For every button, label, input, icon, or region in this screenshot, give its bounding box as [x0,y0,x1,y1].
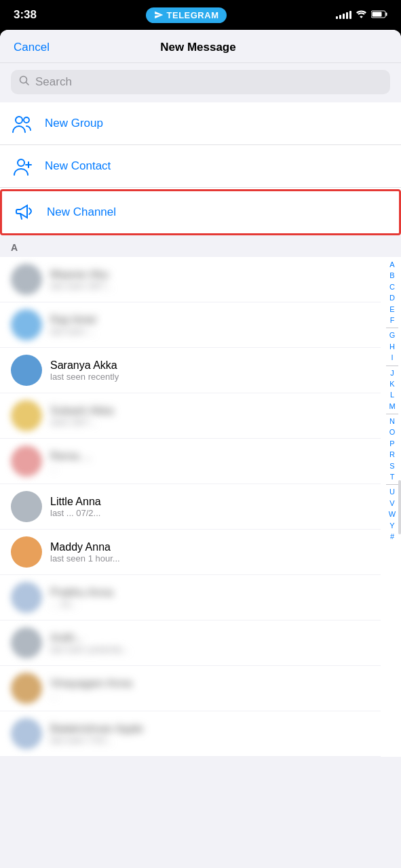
search-icon [19,75,30,89]
contact-name: Anith... [50,632,370,644]
status-time: 3:38 [14,8,37,22]
alpha-w[interactable]: W [387,509,398,519]
contact-item[interactable]: Little Anna last ... 07/2... [0,484,381,530]
contact-info: Anith... last seen yesterda... [50,632,370,654]
avatar [11,400,42,431]
alpha-k[interactable]: K [387,379,396,389]
megaphone-icon [13,201,36,224]
alpha-f[interactable]: F [388,315,397,326]
avatar [11,355,42,386]
alpha-h[interactable]: H [387,342,397,352]
contact-info: Rema ... ... [50,450,370,473]
contact-item[interactable]: Anith... last seen yesterda... [0,620,381,666]
contact-info: Saranya Akka last seen recently [50,359,370,382]
contact-info: Maddy Anna last seen 1 hour... [50,541,370,564]
nav-header: Cancel New Message [0,30,401,63]
avatar [11,673,42,704]
new-group-label: New Group [45,117,103,130]
alpha-a[interactable]: A [387,260,396,270]
new-channel-item[interactable]: New Channel [0,189,401,235]
avatar [11,536,42,568]
contact-status: ... [50,462,370,473]
status-icons [336,9,387,20]
contact-item[interactable]: Vinayagam Anna ... [0,666,381,711]
telegram-icon [154,10,164,20]
alpha-t[interactable]: T [388,472,397,482]
contact-name: Vinayagam Anna [50,677,370,690]
alpha-v[interactable]: V [387,498,396,509]
contact-item[interactable]: Subash Akka seen 26/7... [0,393,381,439]
alpha-s[interactable]: S [387,461,396,471]
alpha-p[interactable]: P [387,439,396,449]
alpha-separator-4 [386,484,398,485]
contact-name: Subash Akka [50,405,370,417]
alpha-index: A B C D E F G H I J K L M N O P R S T U … [386,257,398,545]
contact-status: last seen recently [50,372,370,382]
cancel-button[interactable]: Cancel [14,41,50,54]
contacts-list: Maaran Abu last seen 26/7... Raji Airtel… [0,257,401,757]
alpha-j[interactable]: J [388,368,396,378]
action-list: New Group New Contact [0,102,401,235]
search-input[interactable] [35,75,382,89]
contact-status: last ... 07/2... [50,508,370,518]
page-title: New Message [160,41,236,54]
alpha-u[interactable]: U [387,487,397,497]
alpha-c[interactable]: C [387,282,397,292]
alpha-i[interactable]: I [389,353,395,363]
contact-item[interactable]: Balakrishnan Apple last seen 7/10... [0,711,381,757]
wifi-icon [356,9,367,20]
contact-status: seen 26/7... [50,417,370,427]
contact-info: Vinayagam Anna ... [50,677,370,700]
group-icon [11,112,34,135]
contact-status: last seen 7/10... [50,735,370,745]
contact-status: ... 1a... [50,599,370,609]
svg-point-6 [24,117,29,123]
signal-icon [336,11,351,19]
contact-item[interactable]: Saranya Akka last seen recently [0,348,381,393]
alpha-l[interactable]: L [388,390,396,400]
contact-info: Raji Airtel last seen ... [50,314,370,336]
contact-item[interactable]: Prabhu Anna ... 1a... [0,575,381,620]
alpha-r[interactable]: R [387,450,397,460]
search-bar[interactable] [11,70,390,94]
section-header-a: A [0,237,401,257]
svg-rect-1 [385,12,387,16]
new-contact-item[interactable]: New Contact [0,145,401,188]
battery-icon [371,10,387,20]
contact-name: Raji Airtel [50,314,370,326]
alpha-y[interactable]: Y [387,521,396,531]
alpha-hash[interactable]: # [388,532,396,542]
contact-name: Saranya Akka [50,359,370,372]
contact-info: Balakrishnan Apple last seen 7/10... [50,723,370,745]
avatar [11,264,42,295]
status-bar: 3:38 TELEGRAM [0,0,401,30]
contact-status: ... [50,690,370,700]
main-sheet: Cancel New Message [0,30,401,868]
contact-name: Balakrishnan Apple [50,723,370,735]
contact-item[interactable]: Raji Airtel last seen ... [0,302,381,348]
alpha-m[interactable]: M [387,401,397,412]
alpha-o[interactable]: O [387,427,398,437]
contact-item[interactable]: Maaran Abu last seen 26/7... [0,257,381,302]
svg-point-7 [18,159,24,166]
svg-point-5 [16,117,22,123]
avatar [11,718,42,749]
new-group-item[interactable]: New Group [0,102,401,145]
scrollbar [398,480,401,534]
contact-info: Maaran Abu last seen 26/7... [50,269,370,291]
contact-item[interactable]: Rema ... ... [0,439,381,484]
contact-info: Little Anna last ... 07/2... [50,496,370,518]
alpha-d[interactable]: D [387,293,397,303]
contact-name: Prabhu Anna [50,587,370,599]
search-bar-wrap [0,63,401,102]
alpha-e[interactable]: E [387,304,396,315]
alpha-g[interactable]: G [387,330,398,340]
alpha-n[interactable]: N [387,416,397,427]
alpha-b[interactable]: B [387,271,396,281]
alpha-separator-1 [386,328,398,328]
contact-item[interactable]: Maddy Anna last seen 1 hour... [0,530,381,575]
contact-name: Rema ... [50,450,370,462]
contact-status: last seen 26/7... [50,281,370,291]
contact-name: Maaran Abu [50,269,370,281]
avatar [11,491,42,522]
